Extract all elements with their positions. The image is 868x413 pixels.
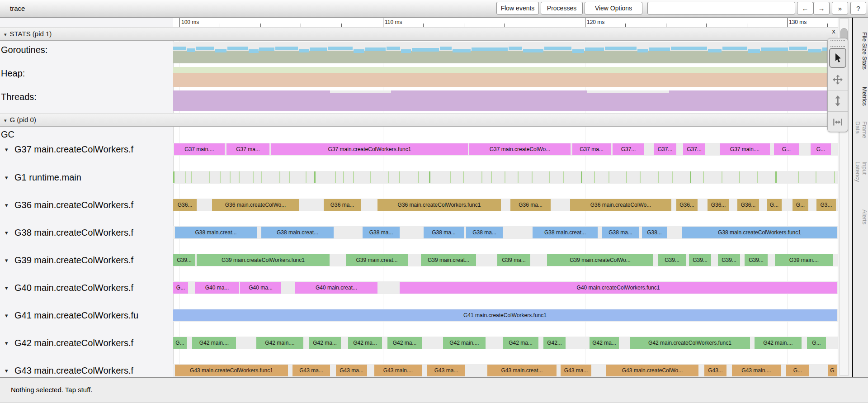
row-label-g39[interactable]: ▾G39 main.createColWorkers.f — [0, 254, 172, 266]
trace-slice[interactable]: G42 ma... — [348, 337, 382, 349]
trace-slice[interactable]: G36... — [173, 199, 197, 211]
trace-slice[interactable]: G43 ma... — [336, 365, 367, 376]
trace-slice[interactable]: G42 ma... — [503, 337, 538, 349]
trace-slice[interactable]: G... — [786, 365, 809, 376]
trace-slice[interactable]: G43 main.creat... — [487, 365, 557, 376]
selection-tool-button[interactable] — [829, 48, 846, 68]
trace-slice[interactable]: G38 ma... — [602, 227, 639, 238]
trace-slice[interactable]: G42 main.createColWorkers.func1 — [630, 337, 750, 349]
row-label-g1[interactable]: ▾G1 runtime.main — [0, 171, 172, 184]
trace-slice[interactable]: G37... — [654, 143, 676, 155]
tab-metrics[interactable]: Metrics — [853, 84, 868, 109]
trace-slice[interactable]: G42 main.... — [192, 337, 236, 349]
trace-slice[interactable]: G38 ma... — [363, 227, 400, 238]
trace-slice[interactable]: G43 ma... — [561, 365, 591, 376]
trace-slice[interactable]: G36 ma... — [510, 199, 551, 211]
row-label-g40[interactable]: ▾G40 main.createColWorkers.f — [0, 281, 172, 294]
trace-slice[interactable]: G... — [807, 337, 826, 349]
trace-slice[interactable]: G36 main.createColWo... — [212, 199, 299, 211]
collapse-arrow-icon[interactable]: ▾ — [4, 28, 7, 41]
expand-arrow-icon[interactable]: ▾ — [5, 143, 14, 156]
trace-slice[interactable]: G40 main.createColWorkers.func1 — [400, 282, 837, 294]
more-button[interactable]: » — [832, 2, 848, 14]
trace-slice[interactable]: G37... — [613, 143, 644, 155]
collapse-arrow-icon[interactable]: ▾ — [4, 114, 7, 127]
trace-slice[interactable]: G39 ma... — [497, 254, 530, 266]
trace-slice[interactable]: G40 ma... — [195, 282, 239, 294]
trace-slice[interactable]: G38 main.creat... — [175, 227, 257, 238]
trace-slice[interactable]: G39... — [745, 254, 768, 266]
tab-file-size-stats[interactable]: File Size Stats — [853, 32, 868, 71]
trace-slice[interactable]: G42... — [543, 337, 566, 349]
expand-arrow-icon[interactable]: ▾ — [5, 199, 14, 211]
section-header-g[interactable]: ▾G (pid 0) — [0, 113, 839, 127]
expand-arrow-icon[interactable]: ▾ — [5, 282, 14, 294]
timing-tool-button[interactable] — [828, 111, 848, 133]
trace-slice[interactable]: G39 main.createColWorkers.func1 — [197, 254, 330, 266]
row-label-g37[interactable]: ▾G37 main.createColWorkers.f — [0, 143, 172, 156]
section-header-stats[interactable]: ▾STATS (pid 1) — [0, 27, 839, 41]
trace-slice[interactable]: G43 ma... — [292, 365, 330, 376]
trace-slice[interactable]: G36 main.createColWorkers.func1 — [377, 199, 501, 211]
trace-slice[interactable]: G39... — [718, 254, 740, 266]
trace-slice[interactable]: G... — [767, 199, 782, 211]
trace-slice[interactable]: G43 ma... — [427, 365, 465, 376]
trace-slice[interactable]: G39 main.createColWo... — [547, 254, 653, 266]
trace-slice[interactable]: G... — [173, 337, 187, 349]
processes-button[interactable]: Processes — [541, 2, 583, 14]
trace-slice[interactable]: G42 main.... — [755, 337, 802, 349]
trace-slice[interactable]: G43 main.... — [374, 365, 422, 376]
flow-events-button[interactable]: Flow events — [496, 2, 539, 14]
nav-back-button[interactable]: ← — [797, 2, 813, 14]
trace-slice[interactable]: G40 ma... — [240, 282, 281, 294]
trace-slice[interactable]: G43 main.createColWo... — [606, 365, 698, 376]
expand-arrow-icon[interactable]: ▾ — [5, 337, 14, 349]
zoom-tool-button[interactable] — [828, 90, 848, 111]
trace-slice[interactable]: G40 main.creat... — [295, 282, 377, 294]
trace-slice[interactable]: G37 main.createColWo... — [469, 143, 571, 155]
row-label-g41[interactable]: ▾G41 main.createColWorkers.fu — [0, 309, 172, 322]
trace-slice[interactable]: G43 main.createColWorkers.func1 — [175, 365, 288, 376]
expand-arrow-icon[interactable]: ▾ — [5, 309, 14, 322]
trace-slice[interactable]: G36 main.createColWo... — [570, 199, 671, 211]
trace-slice[interactable]: G41 main.createColWorkers.func1 — [173, 309, 837, 321]
trace-slice[interactable]: G37... — [683, 143, 705, 155]
trace-slice[interactable]: G... — [793, 199, 808, 211]
search-input[interactable] — [647, 2, 795, 14]
trace-slice[interactable]: G36... — [737, 199, 759, 211]
trace-slice[interactable]: G39... — [658, 254, 686, 266]
trace-slice[interactable]: G38 ma... — [466, 227, 503, 238]
trace-slice[interactable]: G39... — [689, 254, 711, 266]
row-label-gc[interactable]: GC — [0, 128, 173, 141]
trace-slice[interactable]: G37 main.createColWorkers.func1 — [271, 143, 468, 155]
trace-slice[interactable]: G37 ma... — [226, 143, 269, 155]
trace-slice[interactable]: G38 main.creat... — [261, 227, 334, 238]
trace-slice[interactable]: G36 ma... — [324, 199, 361, 211]
trace-slice[interactable]: G39 main.creat... — [346, 254, 408, 266]
trace-slice[interactable]: G42 main.... — [443, 337, 486, 349]
trace-slice[interactable]: G39 main.... — [775, 254, 833, 266]
trace-slice[interactable]: G... — [774, 143, 799, 155]
help-button[interactable]: ? — [850, 2, 866, 14]
trace-slice[interactable]: G42 ma... — [309, 337, 341, 349]
row-label-g42[interactable]: ▾G42 main.createColWorkers.f — [0, 337, 172, 349]
trace-slice[interactable]: G — [828, 365, 837, 376]
trace-slice[interactable]: G36... — [676, 199, 698, 211]
nav-forward-button[interactable]: → — [813, 2, 830, 14]
trace-slice[interactable]: G38 ma... — [424, 227, 464, 238]
drag-grip-icon[interactable] — [830, 40, 845, 47]
trace-slice[interactable]: G38 main.creat... — [533, 227, 598, 238]
expand-arrow-icon[interactable]: ▾ — [5, 365, 14, 377]
trace-slice[interactable]: G37 ma... — [572, 143, 611, 155]
row-label-g43[interactable]: ▾G43 main.createColWorkers.f — [0, 364, 172, 377]
trace-slice[interactable]: G42 ma... — [590, 337, 619, 349]
row-label-g36[interactable]: ▾G36 main.createColWorkers.f — [0, 199, 172, 211]
expand-arrow-icon[interactable]: ▾ — [5, 227, 14, 239]
row-label-g38[interactable]: ▾G38 main.createColWorkers.f — [0, 226, 172, 239]
trace-slice[interactable]: G42 ma... — [387, 337, 422, 349]
expand-arrow-icon[interactable]: ▾ — [5, 171, 14, 184]
trace-slice[interactable]: G39... — [173, 254, 195, 266]
trace-slice[interactable]: G38 main.createColWorkers.func1 — [682, 227, 837, 238]
trace-slice[interactable]: G38... — [642, 227, 667, 238]
trace-slice[interactable]: G3... — [816, 199, 836, 211]
